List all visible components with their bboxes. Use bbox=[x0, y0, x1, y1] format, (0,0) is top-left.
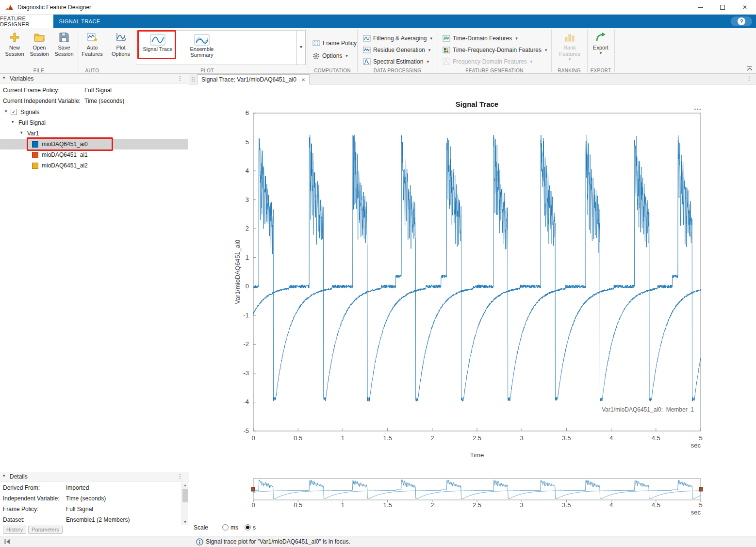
svg-text:5: 5 bbox=[699, 501, 702, 509]
y-axis-label: Var1/mioDAQ6451_ai0 bbox=[234, 240, 241, 304]
chevron-down-icon: ▾ bbox=[557, 57, 582, 62]
ribbon-divider bbox=[551, 30, 552, 72]
open-folder-icon bbox=[28, 32, 51, 45]
close-icon: ✕ bbox=[742, 4, 747, 11]
svg-text:1: 1 bbox=[341, 501, 345, 509]
frame-policy-button[interactable]: Frame Policy bbox=[311, 38, 359, 49]
collapse-ribbon-button[interactable] bbox=[746, 66, 753, 71]
auto-features-icon bbox=[81, 32, 104, 45]
tab-signal-trace[interactable]: SIGNAL TRACE bbox=[53, 15, 106, 28]
details-label: Derived From: bbox=[3, 484, 40, 491]
info-icon bbox=[196, 538, 203, 546]
tree-item-label: mioDAQ6451_ai2 bbox=[42, 162, 88, 169]
variables-menu-icon[interactable]: ⋮ bbox=[177, 75, 183, 82]
signals-checkbox[interactable]: ✓ bbox=[11, 109, 17, 115]
plot-options-button[interactable]: Plot Options bbox=[109, 31, 132, 66]
details-menu-icon[interactable]: ⋮ bbox=[177, 473, 183, 480]
status-corner-icon[interactable] bbox=[4, 539, 11, 545]
scale-s-radio[interactable] bbox=[245, 524, 251, 530]
export-button[interactable]: Export ▾ bbox=[588, 31, 613, 66]
panner-strip[interactable] bbox=[253, 479, 701, 500]
section-label-data-processing: DATA PROCESSING bbox=[357, 68, 438, 73]
scroll-down-icon[interactable]: ▼ bbox=[182, 519, 188, 525]
section-label-feature-generation: FEATURE GENERATION bbox=[438, 68, 551, 73]
spectral-estimation-button[interactable]: Spectral Estimation ▾ bbox=[361, 56, 431, 67]
help-button[interactable]: ? bbox=[731, 17, 752, 26]
plot-gallery-expand-button[interactable]: ▾ bbox=[296, 31, 305, 65]
new-session-button[interactable]: New Session bbox=[3, 31, 26, 66]
svg-text:4: 4 bbox=[246, 167, 249, 174]
frame-policy-info-row: Current Frame Policy: Full Signal bbox=[0, 85, 189, 96]
signal-trace-button[interactable]: Signal Trace bbox=[140, 32, 175, 63]
collapse-variables-icon[interactable]: ▾ bbox=[3, 75, 5, 80]
tab-bar-menu-icon[interactable]: ⋮ bbox=[746, 75, 752, 82]
chevron-down-icon: ▾ bbox=[530, 59, 533, 64]
svg-text:0: 0 bbox=[246, 282, 249, 290]
expander-icon[interactable]: ▾ bbox=[12, 119, 14, 124]
parameters-button[interactable]: Parameters bbox=[28, 526, 63, 534]
scale-s-label: s bbox=[253, 524, 256, 531]
tree-item-miodaq6451-ai2[interactable]: mioDAQ6451_ai2 bbox=[0, 160, 188, 171]
section-label-export: EXPORT bbox=[587, 68, 614, 73]
chart-options-ellipsis-icon[interactable]: ... bbox=[694, 103, 702, 111]
x-axis-label: Time bbox=[470, 451, 484, 459]
close-button[interactable]: ✕ bbox=[734, 0, 756, 15]
scroll-thumb[interactable] bbox=[182, 489, 188, 502]
export-icon bbox=[588, 32, 613, 45]
minimize-button[interactable] bbox=[689, 0, 711, 15]
signal-trace-document-tab[interactable]: Signal Trace: Var1/mioDAQ6451_ai0 ✕ bbox=[197, 74, 310, 84]
options-button[interactable]: Options ▾ bbox=[311, 50, 350, 61]
signal-trace-chart[interactable]: 000.50.5111.51.5222.52.5333.53.5444.54.5… bbox=[189, 84, 756, 536]
expander-icon[interactable]: ▾ bbox=[20, 130, 23, 135]
tree-item-miodaq6451-ai0[interactable]: mioDAQ6451_ai0 bbox=[0, 139, 188, 149]
window-title: Diagnostic Feature Designer bbox=[17, 4, 91, 11]
svg-text:0: 0 bbox=[251, 434, 255, 442]
maximize-button[interactable] bbox=[711, 0, 734, 15]
tab-feature-designer[interactable]: FEATURE DESIGNER bbox=[0, 15, 53, 28]
chevron-down-icon: ▾ bbox=[300, 44, 302, 50]
scroll-up-icon[interactable]: ▲ bbox=[182, 482, 188, 488]
svg-text:2: 2 bbox=[430, 501, 434, 509]
details-row: Dataset: Ensemble1 (2 Members) bbox=[0, 514, 189, 525]
svg-text:5: 5 bbox=[246, 138, 249, 146]
scale-bar: Scale ms s bbox=[189, 523, 315, 532]
details-panel-header[interactable]: ▾ Details ⋮ bbox=[0, 472, 189, 481]
scale-ms-label: ms bbox=[230, 524, 238, 531]
time-frequency-domain-features-button[interactable]: Time-Frequency-Domain Features ▾ bbox=[441, 45, 549, 55]
tab-close-icon[interactable]: ✕ bbox=[301, 77, 305, 83]
auto-features-button[interactable]: Auto Features bbox=[81, 31, 104, 66]
panner-handle-right[interactable] bbox=[699, 487, 703, 491]
status-message: Signal trace plot for "Var1/mioDAQ6451_a… bbox=[206, 538, 350, 545]
save-session-button[interactable]: Save Session bbox=[52, 31, 76, 66]
tree-item-miodaq6451-ai1[interactable]: mioDAQ6451_ai1 bbox=[0, 149, 188, 160]
variables-panel-header[interactable]: ▾ Variables ⋮ bbox=[0, 74, 189, 83]
expander-icon[interactable]: ▾ bbox=[5, 109, 7, 114]
panner-handle-left[interactable] bbox=[251, 487, 255, 491]
time-domain-features-button[interactable]: Time-Domain Features ▾ bbox=[441, 33, 520, 44]
open-session-button[interactable]: Open Session bbox=[28, 31, 51, 66]
svg-text:2: 2 bbox=[246, 225, 249, 232]
grip-icon bbox=[191, 76, 195, 83]
svg-text:1.5: 1.5 bbox=[383, 501, 392, 509]
save-session-label: Save Session bbox=[52, 45, 76, 57]
svg-text:1.5: 1.5 bbox=[383, 434, 392, 442]
ensemble-summary-button[interactable]: Ensemble Summary bbox=[181, 32, 223, 63]
svg-text:1: 1 bbox=[246, 254, 249, 261]
history-button[interactable]: History bbox=[3, 526, 26, 534]
tree-item-full-signal[interactable]: ▾ Full Signal bbox=[0, 117, 188, 128]
details-row: Independent Variable: Time (seconds) bbox=[0, 493, 189, 504]
collapse-details-icon[interactable]: ▾ bbox=[3, 473, 5, 478]
chevron-down-icon: ▾ bbox=[345, 53, 348, 58]
chevron-down-icon: ▾ bbox=[545, 48, 547, 52]
tree-item-signals[interactable]: ▾ ✓ Signals bbox=[0, 107, 188, 117]
svg-text:3.5: 3.5 bbox=[562, 434, 571, 442]
details-scrollbar[interactable]: ▲ ▼ bbox=[181, 482, 188, 525]
filtering-icon bbox=[363, 34, 371, 42]
filtering-averaging-button[interactable]: Filtering & Averaging ▾ bbox=[361, 33, 434, 44]
residue-generation-button[interactable]: Residue Generation ▾ bbox=[361, 45, 432, 55]
tree-item-label: Var1 bbox=[27, 130, 39, 137]
check-icon: ✓ bbox=[11, 109, 16, 115]
details-value: Ensemble1 (2 Members) bbox=[66, 516, 130, 523]
scale-ms-radio[interactable] bbox=[222, 524, 229, 530]
tree-item-var1[interactable]: ▾ Var1 bbox=[0, 128, 188, 139]
